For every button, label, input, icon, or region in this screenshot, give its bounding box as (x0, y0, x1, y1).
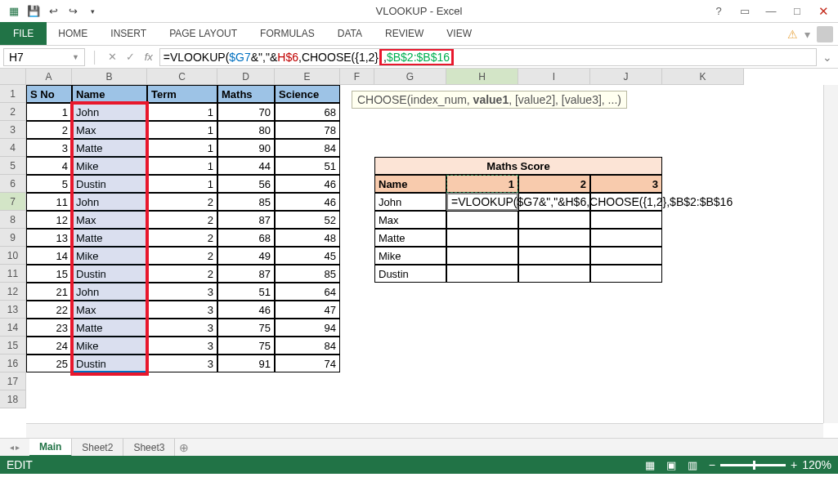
ribbon-tab[interactable]: VIEW (435, 22, 483, 45)
undo-icon[interactable]: ↩ (44, 2, 62, 20)
row-header[interactable]: 5 (0, 157, 26, 175)
cell[interactable] (590, 247, 662, 265)
cell[interactable]: 84 (275, 139, 340, 157)
enter-icon[interactable]: ✓ (123, 50, 138, 65)
dropdown-icon[interactable]: ▾ (804, 28, 810, 41)
cell[interactable]: 45 (275, 247, 340, 265)
page-break-icon[interactable]: ▥ (688, 459, 697, 471)
cell[interactable]: 87 (217, 265, 275, 283)
editing-cell[interactable]: =VLOOKUP($G7&","&H$6,CHOOSE({1,2},$B$2:$… (446, 193, 518, 211)
cell[interactable]: 3 (147, 301, 217, 319)
cell[interactable]: 1 (147, 175, 217, 193)
name-box[interactable]: H7 ▼ (3, 48, 85, 66)
maximize-icon[interactable]: □ (786, 3, 809, 20)
expand-formula-icon[interactable]: ⌄ (820, 51, 835, 64)
ribbon-tab[interactable]: INSERT (99, 22, 158, 45)
column-header[interactable]: E (275, 69, 340, 85)
cell[interactable]: 52 (275, 211, 340, 229)
row-headers[interactable]: 123456789101112131415161718 (0, 85, 26, 408)
cell[interactable]: 1 (147, 157, 217, 175)
zoom-slider[interactable] (720, 464, 786, 466)
cell[interactable]: 3 (147, 319, 217, 337)
cell[interactable]: 51 (217, 283, 275, 301)
cell[interactable]: 2 (26, 121, 72, 139)
ribbon-tab[interactable]: REVIEW (374, 22, 435, 45)
row-header[interactable]: 8 (0, 211, 26, 229)
cell[interactable]: 48 (275, 229, 340, 247)
cell[interactable]: 47 (275, 301, 340, 319)
cell[interactable]: 4 (26, 157, 72, 175)
cell[interactable]: 68 (275, 103, 340, 121)
cell[interactable]: Maths (217, 85, 275, 103)
cell[interactable]: 64 (275, 283, 340, 301)
zoom-control[interactable]: − + 120% (709, 458, 831, 471)
formula-input[interactable]: =VLOOKUP($G7&","&H$6,CHOOSE({1,2},$B$2:$… (159, 48, 817, 66)
cell[interactable]: 2 (147, 265, 217, 283)
column-header[interactable]: D (217, 69, 275, 85)
maths-score-title[interactable]: Maths Score (374, 157, 662, 175)
sheet-tab[interactable]: Sheet2 (72, 439, 123, 457)
cell[interactable]: Term (147, 85, 217, 103)
column-header[interactable]: I (518, 69, 590, 85)
qat-dropdown-icon[interactable]: ▾ (83, 2, 101, 20)
select-all-button[interactable] (0, 69, 26, 85)
cell[interactable]: 12 (26, 211, 72, 229)
cell[interactable]: Mike (72, 247, 147, 265)
cell[interactable] (590, 229, 662, 247)
cell[interactable] (518, 247, 590, 265)
cell[interactable]: 2 (147, 193, 217, 211)
cell[interactable]: 14 (26, 247, 72, 265)
ribbon-tab[interactable]: HOME (47, 22, 99, 45)
cell[interactable]: 44 (217, 157, 275, 175)
cell[interactable]: Name (72, 85, 147, 103)
cell[interactable]: 80 (217, 121, 275, 139)
ribbon-tab[interactable]: PAGE LAYOUT (158, 22, 249, 45)
column-headers[interactable]: ABCDEFGHIJK (26, 69, 744, 85)
row-header[interactable]: 12 (0, 283, 26, 301)
cell[interactable]: 3 (147, 337, 217, 355)
row-header[interactable]: 13 (0, 301, 26, 319)
cell[interactable]: 46 (275, 193, 340, 211)
zoom-out-icon[interactable]: − (709, 458, 715, 471)
cell[interactable]: 75 (217, 337, 275, 355)
row-header[interactable]: 4 (0, 139, 26, 157)
normal-view-icon[interactable]: ▦ (645, 459, 655, 471)
cell[interactable]: 85 (217, 193, 275, 211)
cell[interactable]: 87 (217, 211, 275, 229)
cell[interactable]: 21 (26, 283, 72, 301)
cell[interactable]: Dustin (72, 355, 147, 372)
cell[interactable] (446, 211, 518, 229)
cell[interactable]: Max (374, 211, 446, 229)
column-header[interactable]: A (26, 69, 72, 85)
cell[interactable]: Science (275, 85, 340, 103)
ribbon-tab[interactable]: DATA (326, 22, 374, 45)
cell[interactable]: 3 (26, 139, 72, 157)
cell[interactable]: 1 (147, 103, 217, 121)
chevron-down-icon[interactable]: ▼ (72, 53, 79, 61)
cell[interactable]: Max (72, 121, 147, 139)
page-layout-icon[interactable]: ▣ (666, 459, 676, 471)
row-header[interactable]: 18 (0, 390, 26, 408)
warning-icon[interactable]: ⚠ (787, 28, 798, 41)
cell[interactable]: Dustin (72, 175, 147, 193)
cell[interactable]: 68 (217, 229, 275, 247)
column-header[interactable]: F (340, 69, 374, 85)
sheet-tab-main[interactable]: Main (29, 439, 72, 457)
row-header[interactable]: 3 (0, 121, 26, 139)
row-header[interactable]: 1 (0, 85, 26, 103)
cell[interactable]: Max (72, 301, 147, 319)
file-tab[interactable]: FILE (0, 22, 47, 45)
row-header[interactable]: 16 (0, 355, 26, 372)
cell[interactable] (446, 229, 518, 247)
row-header[interactable]: 14 (0, 319, 26, 337)
cell[interactable]: John (72, 193, 147, 211)
cell[interactable] (518, 211, 590, 229)
column-header[interactable]: K (662, 69, 744, 85)
fx-icon[interactable]: fx (141, 50, 156, 65)
row-header[interactable]: 10 (0, 247, 26, 265)
cell[interactable]: 94 (275, 319, 340, 337)
cell[interactable]: Matte (374, 229, 446, 247)
cell[interactable]: 15 (26, 265, 72, 283)
cell[interactable] (446, 265, 518, 283)
sheet-nav[interactable]: ◂ ▸ (0, 443, 29, 452)
